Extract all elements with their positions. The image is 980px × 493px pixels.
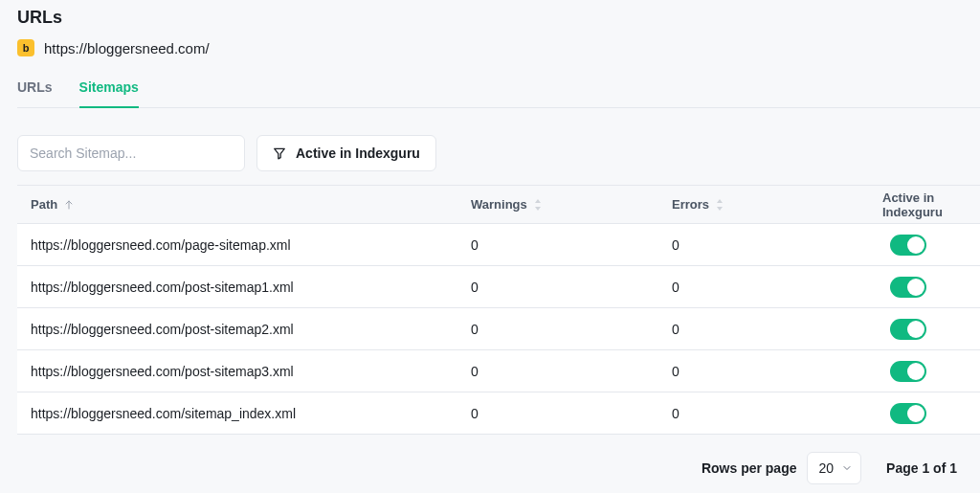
cell-path[interactable]: https://bloggersneed.com/sitemap_index.x… <box>17 406 457 421</box>
filter-active-button[interactable]: Active in Indexguru <box>256 135 436 171</box>
tab-urls[interactable]: URLs <box>17 79 53 108</box>
toggle-knob <box>907 405 924 422</box>
rows-per-page-select[interactable]: 20 <box>807 452 862 484</box>
cell-warnings: 0 <box>457 364 658 379</box>
active-toggle[interactable] <box>890 235 926 256</box>
toggle-knob <box>907 321 924 338</box>
table-row: https://bloggersneed.com/page-sitemap.xm… <box>17 224 980 266</box>
cell-errors: 0 <box>658 280 869 295</box>
filter-icon <box>273 146 286 160</box>
toggle-knob <box>907 363 924 380</box>
page-title: URLs <box>17 8 980 28</box>
cell-path[interactable]: https://bloggersneed.com/post-sitemap1.x… <box>17 280 457 295</box>
cell-active <box>869 361 980 382</box>
site-url: https://bloggersneed.com/ <box>44 40 210 56</box>
table-row: https://bloggersneed.com/post-sitemap3.x… <box>17 350 980 392</box>
cell-active <box>869 235 980 256</box>
cell-path[interactable]: https://bloggersneed.com/post-sitemap3.x… <box>17 364 457 379</box>
table-header-row: Path Warnings Errors Active in Indexguru <box>17 186 980 224</box>
rows-per-page: Rows per page 20 <box>702 452 861 484</box>
col-header-warnings[interactable]: Warnings <box>457 197 658 212</box>
active-toggle[interactable] <box>890 403 926 424</box>
col-header-active[interactable]: Active in Indexguru <box>869 190 980 219</box>
sort-asc-icon <box>63 199 75 211</box>
toggle-knob <box>907 279 924 296</box>
table-row: https://bloggersneed.com/sitemap_index.x… <box>17 392 980 435</box>
cell-errors: 0 <box>658 322 869 337</box>
cell-warnings: 0 <box>457 406 658 421</box>
col-header-path-label: Path <box>31 197 57 212</box>
controls-row: Active in Indexguru <box>17 135 980 171</box>
rows-per-page-value: 20 <box>819 460 835 476</box>
tabs: URLs Sitemaps <box>17 79 980 108</box>
col-header-active-label: Active in Indexguru <box>882 190 980 219</box>
site-row: b https://bloggersneed.com/ <box>17 39 980 56</box>
table-row: https://bloggersneed.com/post-sitemap2.x… <box>17 308 980 350</box>
col-header-path[interactable]: Path <box>17 197 457 212</box>
sitemaps-table: Path Warnings Errors Active in Indexguru <box>17 185 980 435</box>
col-header-warnings-label: Warnings <box>471 197 527 212</box>
page-info: Page 1 of 1 <box>886 460 957 476</box>
toggle-knob <box>907 236 924 254</box>
active-toggle[interactable] <box>890 319 926 340</box>
cell-errors: 0 <box>658 237 869 253</box>
sort-icon <box>533 199 543 211</box>
svg-marker-0 <box>275 148 285 159</box>
tab-sitemaps[interactable]: Sitemaps <box>79 79 139 108</box>
col-header-errors-label: Errors <box>672 197 709 212</box>
table-footer: Rows per page 20 Page 1 of 1 <box>17 435 980 484</box>
active-toggle[interactable] <box>890 361 926 382</box>
cell-errors: 0 <box>658 406 869 421</box>
search-input[interactable] <box>17 135 245 171</box>
cell-path[interactable]: https://bloggersneed.com/post-sitemap2.x… <box>17 322 457 337</box>
cell-warnings: 0 <box>457 322 658 337</box>
sort-icon <box>715 199 724 211</box>
cell-active <box>869 403 980 424</box>
col-header-errors[interactable]: Errors <box>658 197 869 212</box>
filter-label: Active in Indexguru <box>296 146 420 161</box>
cell-warnings: 0 <box>457 237 658 253</box>
site-favicon: b <box>17 39 34 56</box>
rows-per-page-label: Rows per page <box>702 460 797 476</box>
cell-warnings: 0 <box>457 280 658 295</box>
cell-errors: 0 <box>658 364 869 379</box>
cell-active <box>869 319 980 340</box>
active-toggle[interactable] <box>890 277 926 298</box>
chevron-down-icon <box>841 462 853 474</box>
cell-active <box>869 277 980 298</box>
table-row: https://bloggersneed.com/post-sitemap1.x… <box>17 266 980 308</box>
cell-path[interactable]: https://bloggersneed.com/page-sitemap.xm… <box>17 237 457 253</box>
